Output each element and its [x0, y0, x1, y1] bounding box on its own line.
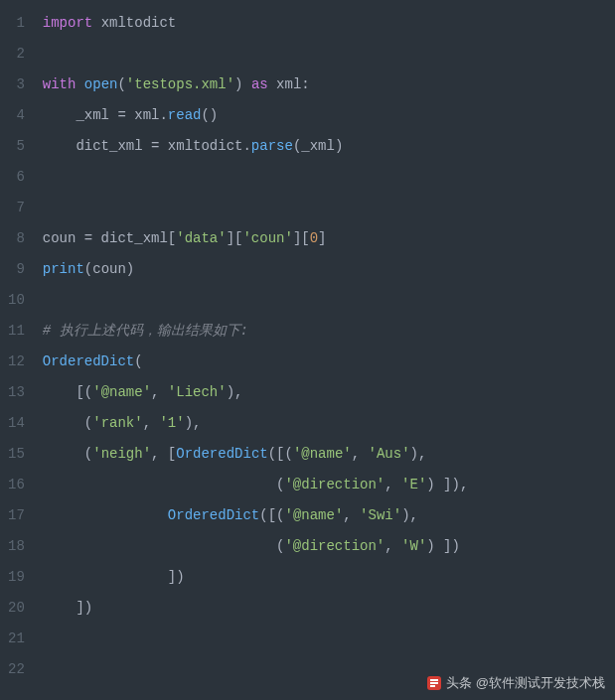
- svg-rect-3: [430, 685, 435, 687]
- code-line[interactable]: [43, 285, 615, 316]
- code-line[interactable]: ]): [43, 562, 615, 593]
- line-number-gutter: 1 2 3 4 5 6 7 8 9 10 11 12 13 14 15 16 1…: [0, 0, 35, 700]
- code-editor[interactable]: 1 2 3 4 5 6 7 8 9 10 11 12 13 14 15 16 1…: [0, 0, 615, 700]
- code-line[interactable]: ('@direction', 'W') ]): [43, 531, 615, 562]
- svg-rect-2: [430, 682, 438, 684]
- line-number: 5: [8, 131, 25, 162]
- code-line[interactable]: with open('testops.xml') as xml:: [43, 70, 615, 100]
- code-line[interactable]: OrderedDict(: [43, 347, 615, 377]
- code-line[interactable]: ('rank', '1'),: [43, 408, 615, 439]
- line-number: 12: [8, 347, 25, 377]
- toutiao-icon: [426, 675, 442, 691]
- line-number: 13: [8, 377, 25, 408]
- line-number: 15: [8, 439, 25, 470]
- code-line[interactable]: [43, 39, 615, 70]
- line-number: 20: [8, 593, 25, 624]
- line-number: 6: [8, 162, 25, 193]
- code-line[interactable]: ('@direction', 'E') ]),: [43, 470, 615, 500]
- line-number: 21: [8, 624, 25, 654]
- code-line[interactable]: _xml = xml.read(): [43, 100, 615, 131]
- code-line[interactable]: OrderedDict([('@name', 'Swi'),: [43, 500, 615, 531]
- watermark: 头条 @软件测试开发技术栈: [426, 674, 605, 692]
- line-number: 1: [8, 8, 25, 39]
- code-line[interactable]: [43, 162, 615, 193]
- line-number: 10: [8, 285, 25, 316]
- line-number: 3: [8, 70, 25, 100]
- line-number: 22: [8, 654, 25, 685]
- line-number: 14: [8, 408, 25, 439]
- code-line[interactable]: [43, 624, 615, 654]
- line-number: 16: [8, 470, 25, 500]
- code-line[interactable]: dict_xml = xmltodict.parse(_xml): [43, 131, 615, 162]
- code-line[interactable]: print(coun): [43, 254, 615, 285]
- svg-rect-1: [430, 679, 438, 681]
- line-number: 4: [8, 100, 25, 131]
- line-number: 17: [8, 500, 25, 531]
- code-line[interactable]: ]): [43, 593, 615, 624]
- line-number: 18: [8, 531, 25, 562]
- line-number: 7: [8, 193, 25, 223]
- watermark-prefix: 头条: [446, 674, 472, 692]
- line-number: 9: [8, 254, 25, 285]
- line-number: 2: [8, 39, 25, 70]
- code-line[interactable]: import xmltodict: [43, 8, 615, 39]
- code-line[interactable]: # 执行上述代码，输出结果如下:: [43, 316, 615, 347]
- code-line[interactable]: [43, 193, 615, 223]
- line-number: 11: [8, 316, 25, 347]
- code-line[interactable]: [('@name', 'Liech'),: [43, 377, 615, 408]
- code-line[interactable]: coun = dict_xml['data']['coun'][0]: [43, 223, 615, 254]
- code-line[interactable]: ('neigh', [OrderedDict([('@name', 'Aus')…: [43, 439, 615, 470]
- line-number: 8: [8, 223, 25, 254]
- line-number: 19: [8, 562, 25, 593]
- watermark-handle: @软件测试开发技术栈: [476, 674, 605, 692]
- code-content[interactable]: import xmltodict with open('testops.xml'…: [35, 0, 615, 700]
